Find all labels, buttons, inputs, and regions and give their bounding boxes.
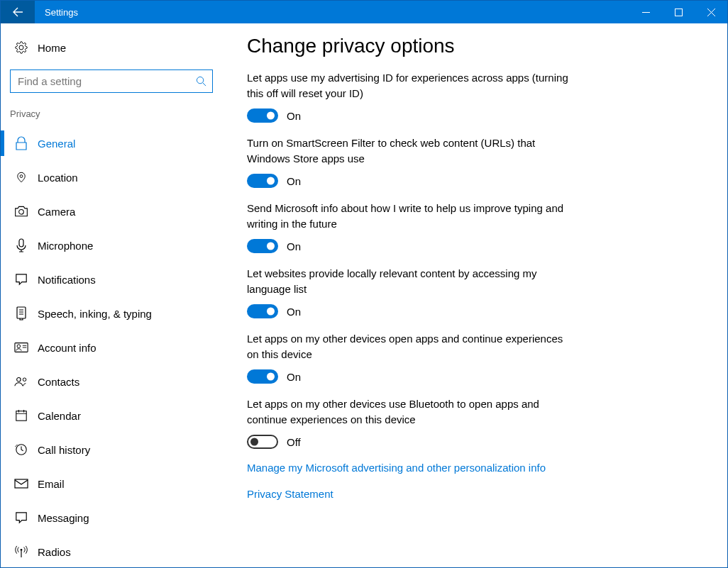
window-controls: [629, 1, 727, 23]
sidebar-item-speech[interactable]: Speech, inking, & typing: [1, 296, 222, 330]
speech-icon: [14, 306, 28, 321]
callhistory-icon: [14, 442, 28, 457]
contacts-icon: [14, 374, 28, 389]
toggle-state-label: On: [287, 110, 301, 122]
home-button[interactable]: Home: [1, 30, 222, 65]
svg-point-15: [17, 378, 21, 382]
toggle-typing-info[interactable]: [247, 239, 278, 253]
toggle-smartscreen[interactable]: [247, 174, 278, 188]
email-icon: [14, 477, 28, 491]
sidebar-item-label: Email: [38, 478, 65, 490]
maximize-button[interactable]: [662, 1, 695, 23]
setting-description: Turn on SmartScreen Filter to check web …: [247, 135, 573, 167]
svg-rect-6: [19, 239, 23, 247]
svg-rect-1: [675, 9, 682, 16]
sidebar-item-camera[interactable]: Camera: [1, 194, 222, 228]
setting-other-devices: Let apps on my other devices open apps a…: [247, 331, 573, 384]
sidebar-item-label: Microphone: [38, 240, 93, 252]
sidebar-item-label: Messaging: [38, 512, 89, 524]
svg-point-27: [21, 549, 23, 551]
minimize-button[interactable]: [629, 1, 662, 23]
setting-typing-info: Send Microsoft info about how I write to…: [247, 201, 573, 253]
setting-description: Let apps on my other devices use Bluetoo…: [247, 396, 573, 428]
setting-bluetooth-devices: Let apps on my other devices use Bluetoo…: [247, 396, 573, 449]
svg-line-3: [203, 83, 206, 86]
camera-icon: [14, 204, 28, 218]
notifications-icon: [14, 272, 28, 286]
gear-icon: [14, 41, 28, 54]
setting-language-list: Let websites provide locally relevant co…: [247, 266, 573, 318]
toggle-state-label: On: [287, 306, 301, 318]
toggle-bluetooth-devices[interactable]: [247, 435, 278, 449]
sidebar-item-calendar[interactable]: Calendar: [1, 399, 222, 433]
sidebar-item-account[interactable]: Account info: [1, 330, 222, 364]
svg-point-4: [20, 175, 23, 178]
content-pane: Change privacy options Let apps use my a…: [222, 23, 727, 567]
setting-advertising-id: Let apps use my advertising ID for exper…: [247, 70, 573, 123]
sidebar: Home Privacy General Loca: [1, 23, 222, 567]
sidebar-item-label: Camera: [38, 206, 75, 218]
sidebar-item-notifications[interactable]: Notifications: [1, 262, 222, 296]
setting-description: Let apps on my other devices open apps a…: [247, 331, 573, 362]
toggle-other-devices[interactable]: [247, 369, 278, 384]
toggle-state-label: Off: [287, 436, 301, 448]
search-box[interactable]: [10, 69, 213, 93]
toggle-state-label: On: [287, 240, 301, 252]
sidebar-item-label: Notifications: [38, 274, 96, 286]
body: Home Privacy General Loca: [1, 23, 727, 567]
back-arrow-icon: [12, 6, 23, 18]
svg-rect-25: [15, 479, 28, 488]
sidebar-item-radios[interactable]: Radios: [1, 535, 222, 567]
sidebar-item-label: Account info: [38, 342, 96, 354]
sidebar-item-contacts[interactable]: Contacts: [1, 364, 222, 399]
home-label: Home: [38, 42, 66, 54]
svg-rect-17: [16, 411, 26, 421]
sidebar-item-label: Speech, inking, & typing: [38, 308, 152, 320]
svg-rect-7: [17, 307, 26, 318]
svg-point-12: [17, 345, 21, 348]
window-title: Settings: [45, 7, 78, 18]
sidebar-item-microphone[interactable]: Microphone: [1, 228, 222, 262]
link-privacy-statement[interactable]: Privacy Statement: [247, 488, 706, 500]
account-icon: [14, 340, 28, 355]
svg-point-16: [23, 378, 26, 382]
sidebar-item-label: Calendar: [38, 410, 81, 422]
radios-icon: [14, 545, 28, 559]
toggle-language-list[interactable]: [247, 304, 278, 318]
messaging-icon: [14, 511, 28, 525]
microphone-icon: [14, 238, 28, 252]
toggle-state-label: On: [287, 175, 301, 187]
titlebar: Settings: [1, 1, 727, 23]
sidebar-item-label: Call history: [38, 444, 90, 456]
sidebar-item-label: Location: [38, 172, 78, 184]
calendar-icon: [14, 408, 28, 423]
setting-smartscreen: Turn on SmartScreen Filter to check web …: [247, 135, 573, 188]
back-button[interactable]: [1, 1, 35, 23]
lock-icon: [14, 136, 28, 150]
search-input[interactable]: [16, 74, 196, 88]
toggle-advertising-id[interactable]: [247, 108, 278, 123]
close-icon: [707, 9, 715, 16]
page-title: Change privacy options: [247, 35, 706, 57]
sidebar-item-location[interactable]: Location: [1, 160, 222, 194]
sidebar-item-label: Radios: [38, 546, 71, 558]
sidebar-section-title: Privacy: [10, 108, 222, 119]
toggle-state-label: On: [287, 371, 301, 383]
sidebar-item-email[interactable]: Email: [1, 467, 222, 501]
setting-description: Send Microsoft info about how I write to…: [247, 201, 573, 232]
link-manage-advertising[interactable]: Manage my Microsoft advertising and othe…: [247, 462, 706, 474]
close-button[interactable]: [695, 1, 727, 23]
sidebar-item-label: Contacts: [38, 376, 79, 388]
svg-point-2: [197, 77, 203, 83]
settings-window: Settings Home: [0, 0, 728, 568]
setting-description: Let websites provide locally relevant co…: [247, 266, 573, 297]
sidebar-item-general[interactable]: General: [1, 126, 222, 160]
sidebar-item-callhistory[interactable]: Call history: [1, 433, 222, 467]
sidebar-item-label: General: [38, 138, 75, 150]
setting-description: Let apps use my advertising ID for exper…: [247, 70, 573, 101]
maximize-icon: [675, 9, 683, 16]
location-icon: [14, 170, 28, 184]
search-icon: [196, 76, 206, 87]
sidebar-item-messaging[interactable]: Messaging: [1, 501, 222, 535]
svg-point-5: [19, 210, 24, 215]
